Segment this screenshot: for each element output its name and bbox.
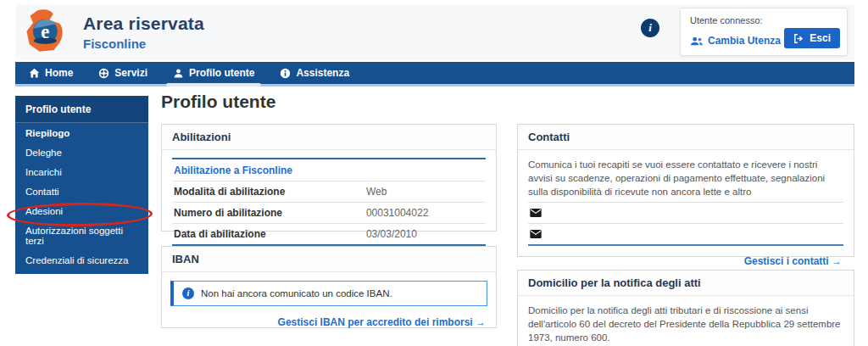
services-icon (98, 68, 109, 79)
row-label: Numero di abilitazione (174, 207, 366, 219)
logout-label: Esci (810, 32, 831, 44)
arrow-right-icon: → (832, 255, 842, 267)
user-icon (173, 68, 184, 79)
manage-contacts-link[interactable]: Gestisci i contatti (744, 255, 829, 267)
card-title: Contatti (518, 125, 854, 150)
card-domicilio: Domicilio per la notifica degli atti Dom… (517, 270, 854, 346)
manage-iban-link[interactable]: Gestisci IBAN per accredito dei rimborsi (278, 316, 473, 328)
nav-item-assistenza[interactable]: Assistenza (280, 62, 349, 84)
nav-label: Home (45, 67, 73, 79)
header: e Area riservata Fisconline i Utente con… (15, 4, 854, 60)
table-row: Numero di abilitazione 00031004022 (172, 202, 486, 223)
sidebar-item-contatti[interactable]: Contatti (15, 181, 148, 201)
sidebar-header-profilo-utente[interactable]: Profilo utente (15, 96, 148, 123)
row-label: Modalità di abilitazione (174, 186, 366, 198)
nav-label: Assistenza (296, 67, 349, 79)
main-navbar: Home Servizi Profilo utente (15, 62, 854, 86)
domicilio-description: Domicilio per la notifica degli atti tri… (528, 296, 843, 346)
card-abilitazioni: Abilitazioni Abilitazione a Fisconline M… (161, 124, 497, 232)
sidebar-item-adesioni[interactable]: Adesioni (15, 201, 148, 220)
info-icon[interactable]: i (641, 19, 659, 37)
nav-label: Profilo utente (189, 67, 254, 79)
alert-text: Non hai ancora comunicato un codice IBAN… (201, 288, 392, 299)
row-value: Web (366, 186, 387, 198)
connected-user-label: Utente connesso: (690, 15, 763, 25)
nav-item-servizi[interactable]: Servizi (98, 62, 147, 84)
arrow-right-icon: → (476, 316, 486, 328)
info-icon (280, 68, 291, 79)
table-row: Data di abilitazione 03/03/2010 (172, 223, 486, 244)
contact-row (528, 223, 843, 244)
info-icon: i (182, 287, 194, 299)
sidebar: Profilo utente Riepilogo Deleghe Incaric… (15, 96, 148, 274)
row-value: 00031004022 (366, 207, 428, 219)
logout-icon (793, 34, 804, 43)
nav-label: Servizi (114, 67, 147, 79)
card-contatti: Contatti Comunica i tuoi recapiti se vuo… (517, 124, 854, 257)
home-icon (29, 68, 40, 79)
card-iban: IBAN i Non hai ancora comunicato un codi… (161, 246, 497, 328)
abilitazione-fisconline-link[interactable]: Abilitazione a Fisconline (172, 159, 486, 181)
envelope-icon (530, 230, 542, 238)
svg-text:e: e (41, 21, 49, 42)
sidebar-item-riepilogo[interactable]: Riepilogo (15, 123, 148, 142)
sidebar-item-incarichi[interactable]: Incarichi (15, 162, 148, 181)
table-row: Modalità di abilitazione Web (172, 181, 486, 202)
contatti-description: Comunica i tuoi recapiti se vuoi essere … (528, 150, 843, 202)
app-title-block: Area riservata Fisconline (83, 14, 204, 51)
card-title: Domicilio per la notifica degli atti (518, 271, 854, 296)
users-icon (690, 36, 704, 46)
sidebar-item-credenziali-di-sicurezza[interactable]: Credenziali di sicurezza (15, 250, 148, 270)
agenzia-entrate-logo-icon: e (24, 8, 70, 55)
user-panel: Utente connesso: Cambia Utenza (680, 8, 848, 56)
sidebar-item-autorizzazioni-soggetti-terzi[interactable]: Autorizzazioni soggetti terzi (15, 220, 148, 250)
nav-item-home[interactable]: Home (29, 62, 73, 84)
page-title: Profilo utente (161, 92, 275, 112)
nav-item-profilo-utente[interactable]: Profilo utente (173, 62, 254, 84)
change-user-label: Cambia Utenza (708, 35, 781, 47)
app-subtitle: Fisconline (83, 36, 204, 51)
app-title: Area riservata (83, 14, 204, 34)
logout-button[interactable]: Esci (784, 28, 840, 48)
row-value: 03/03/2010 (366, 228, 417, 240)
iban-info-alert: i Non hai ancora comunicato un codice IB… (170, 281, 487, 306)
contact-row (528, 202, 843, 223)
change-user-link[interactable]: Cambia Utenza (690, 35, 781, 47)
fisconline-portal: e Area riservata Fisconline i Utente con… (0, 0, 868, 346)
card-title: IBAN (162, 247, 496, 272)
card-title: Abilitazioni (162, 125, 496, 150)
row-label: Data di abilitazione (174, 228, 366, 240)
sidebar-item-deleghe[interactable]: Deleghe (15, 142, 148, 162)
envelope-icon (530, 209, 542, 217)
